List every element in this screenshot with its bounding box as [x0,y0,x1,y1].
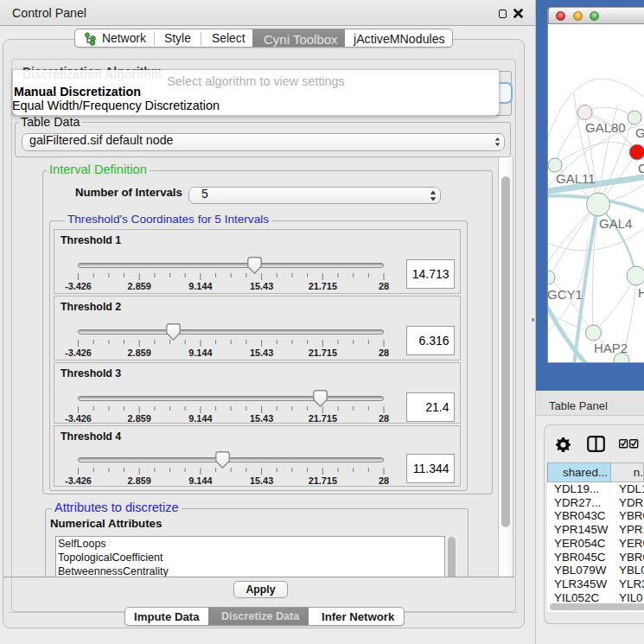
svg-text:GAL11: GAL11 [556,171,596,186]
svg-text:GCY1: GCY1 [548,287,583,302]
svg-text:H: H [638,285,644,300]
svg-text:G.: G. [635,125,644,140]
svg-text:GAL4: GAL4 [599,216,632,231]
svg-text:C.: C. [638,161,644,175]
svg-text:GAL80: GAL80 [585,120,626,135]
svg-text:HAP2: HAP2 [594,341,628,355]
